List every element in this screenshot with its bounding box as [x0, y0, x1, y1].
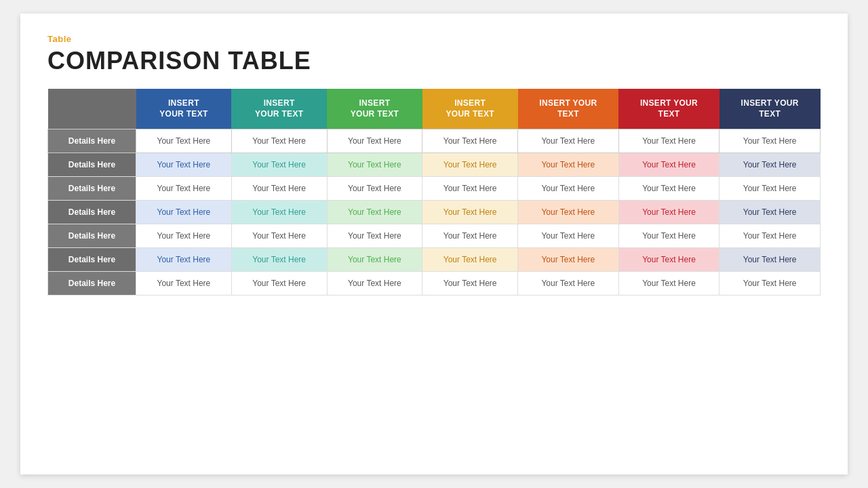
table-body: Details HereYour Text HereYour Text Here… [48, 129, 821, 296]
table-cell: Your Text Here [618, 201, 719, 224]
table-cell: Your Text Here [719, 272, 821, 296]
table-cell: Your Text Here [136, 248, 232, 272]
table-cell: Your Text Here [618, 153, 719, 177]
table-cell: Your Text Here [618, 272, 719, 296]
table-cell: Your Text Here [136, 201, 232, 224]
table-cell: Your Text Here [719, 129, 821, 153]
table-cell: Your Text Here [327, 153, 422, 177]
column-header-5: INSERT YOURTEXT [518, 89, 619, 129]
table-cell: Your Text Here [327, 201, 422, 224]
table-cell: Your Text Here [327, 248, 422, 272]
column-header-3: INSERTYOUR TEXT [327, 89, 422, 129]
column-header-1: INSERTYOUR TEXT [136, 89, 232, 129]
table-cell: Your Text Here [422, 177, 518, 201]
table-cell: Your Text Here [231, 224, 327, 248]
table-row: Details HereYour Text HereYour Text Here… [48, 272, 821, 296]
table-cell: Your Text Here [518, 153, 619, 177]
table-cell: Your Text Here [422, 248, 518, 272]
row-label: Details Here [48, 272, 136, 296]
table-cell: Your Text Here [719, 177, 821, 201]
table-cell: Your Text Here [327, 224, 422, 248]
row-label: Details Here [48, 201, 136, 224]
column-header-6: INSERT YOURTEXT [618, 89, 719, 129]
table-cell: Your Text Here [327, 177, 422, 201]
table-cell: Your Text Here [136, 224, 232, 248]
slide-title: COMPARISON TABLE [47, 47, 821, 75]
table-cell: Your Text Here [618, 224, 719, 248]
table-cell: Your Text Here [231, 129, 327, 153]
table-cell: Your Text Here [719, 248, 821, 272]
table-cell: Your Text Here [231, 248, 327, 272]
table-cell: Your Text Here [518, 272, 619, 296]
table-row: Details HereYour Text HereYour Text Here… [48, 248, 821, 272]
table-cell: Your Text Here [231, 177, 327, 201]
table-cell: Your Text Here [518, 224, 619, 248]
table-cell: Your Text Here [618, 248, 719, 272]
table-cell: Your Text Here [422, 129, 518, 153]
table-cell: Your Text Here [422, 224, 518, 248]
table-row: Details HereYour Text HereYour Text Here… [48, 201, 821, 224]
table-cell: Your Text Here [518, 177, 619, 201]
table-cell: Your Text Here [231, 272, 327, 296]
column-header-7: INSERT YOURTEXT [719, 89, 821, 129]
table-cell: Your Text Here [422, 153, 518, 177]
table-cell: Your Text Here [136, 272, 232, 296]
slide: Table COMPARISON TABLE INSERTYOUR TEXTIN… [20, 14, 848, 474]
table-cell: Your Text Here [518, 129, 619, 153]
table-cell: Your Text Here [719, 224, 821, 248]
table-cell: Your Text Here [136, 153, 232, 177]
row-label: Details Here [48, 177, 136, 201]
table-cell: Your Text Here [327, 272, 422, 296]
table-cell: Your Text Here [422, 272, 518, 296]
header-label-cell [48, 89, 136, 129]
table-header-row: INSERTYOUR TEXTINSERTYOUR TEXTINSERTYOUR… [48, 89, 821, 129]
table-row: Details HereYour Text HereYour Text Here… [48, 177, 821, 201]
table-row: Details HereYour Text HereYour Text Here… [48, 224, 821, 248]
slide-label: Table [47, 34, 821, 44]
row-label: Details Here [48, 129, 136, 153]
column-header-2: INSERTYOUR TEXT [231, 89, 327, 129]
table-cell: Your Text Here [719, 153, 821, 177]
row-label: Details Here [48, 248, 136, 272]
column-header-4: INSERTYOUR TEXT [422, 89, 518, 129]
table-cell: Your Text Here [136, 177, 232, 201]
table-cell: Your Text Here [518, 248, 619, 272]
table-cell: Your Text Here [719, 201, 821, 224]
table-row: Details HereYour Text HereYour Text Here… [48, 129, 821, 153]
table-cell: Your Text Here [618, 177, 719, 201]
table-row: Details HereYour Text HereYour Text Here… [48, 153, 821, 177]
row-label: Details Here [48, 153, 136, 177]
row-label: Details Here [48, 224, 136, 248]
table-cell: Your Text Here [136, 129, 232, 153]
table-cell: Your Text Here [327, 129, 422, 153]
table-cell: Your Text Here [422, 201, 518, 224]
comparison-table: INSERTYOUR TEXTINSERTYOUR TEXTINSERTYOUR… [47, 89, 821, 296]
table-cell: Your Text Here [231, 201, 327, 224]
table-cell: Your Text Here [231, 153, 327, 177]
table-cell: Your Text Here [518, 201, 619, 224]
table-cell: Your Text Here [618, 129, 719, 153]
